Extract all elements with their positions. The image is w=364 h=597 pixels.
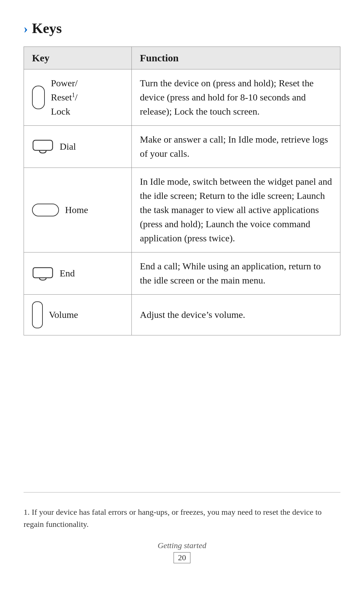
dial-icon	[32, 139, 54, 154]
function-cell-power: Turn the device on (press and hold); Res…	[132, 69, 340, 126]
function-text-end: End a call; While using an application, …	[140, 261, 321, 286]
key-label-home: Home	[65, 203, 88, 217]
keys-table: Key Function Power/Reset1/Lock Turn the …	[24, 47, 340, 335]
chevron-icon: ›	[24, 21, 28, 36]
function-text-dial: Make or answer a call; In Idle mode, ret…	[140, 134, 328, 159]
key-label-volume: Volume	[49, 308, 78, 322]
function-cell-home: In Idle mode, switch between the widget …	[132, 168, 340, 252]
function-cell-volume: Adjust the device’s volume.	[132, 295, 340, 335]
function-text-home: In Idle mode, switch between the widget …	[140, 176, 332, 243]
end-icon	[32, 266, 54, 281]
footer-page: 20	[174, 552, 190, 563]
function-cell-dial: Make or answer a call; In Idle mode, ret…	[132, 126, 340, 168]
table-row: Dial Make or answer a call; In Idle mode…	[24, 126, 340, 168]
page-container: › Keys Key Function Power/Reset1/Lock	[0, 0, 364, 597]
key-label-dial: Dial	[60, 140, 76, 154]
key-icon-name-home: Home	[32, 203, 123, 217]
table-row: Home In Idle mode, switch between the wi…	[24, 168, 340, 252]
key-icon-name-dial: Dial	[32, 139, 123, 154]
key-cell-volume: Volume	[24, 295, 132, 335]
function-text-volume: Adjust the device’s volume.	[140, 309, 245, 320]
home-icon	[32, 204, 59, 216]
table-header-row: Key Function	[24, 47, 340, 69]
col-header-key: Key	[24, 47, 132, 69]
footer: Getting started 20	[24, 536, 340, 563]
svg-rect-0	[33, 140, 53, 150]
table-row: Volume Adjust the device’s volume.	[24, 295, 340, 335]
table-row: Power/Reset1/Lock Turn the device on (pr…	[24, 69, 340, 126]
key-cell-home: Home	[24, 168, 132, 252]
key-label-power: Power/Reset1/Lock	[51, 76, 78, 119]
footnote-text: 1. If your device has fatal errors or ha…	[24, 506, 340, 530]
table-row: End End a call; While using an applicati…	[24, 252, 340, 295]
key-cell-end: End	[24, 252, 132, 295]
key-icon-name-volume: Volume	[32, 301, 123, 328]
key-label-end: End	[60, 266, 75, 280]
section-title: › Keys	[24, 20, 340, 36]
title-text: Keys	[32, 20, 62, 36]
key-icon-name-end: End	[32, 266, 123, 281]
function-text-power: Turn the device on (press and hold); Res…	[140, 78, 313, 117]
key-icon-name-power: Power/Reset1/Lock	[32, 76, 123, 119]
footnote-section: 1. If your device has fatal errors or ha…	[24, 492, 340, 563]
col-header-function: Function	[132, 47, 340, 69]
power-icon	[32, 86, 45, 109]
key-cell-power: Power/Reset1/Lock	[24, 69, 132, 126]
volume-icon	[32, 301, 43, 328]
svg-rect-1	[33, 268, 53, 278]
footer-label: Getting started	[158, 541, 207, 550]
key-cell-dial: Dial	[24, 126, 132, 168]
function-cell-end: End a call; While using an application, …	[132, 252, 340, 295]
